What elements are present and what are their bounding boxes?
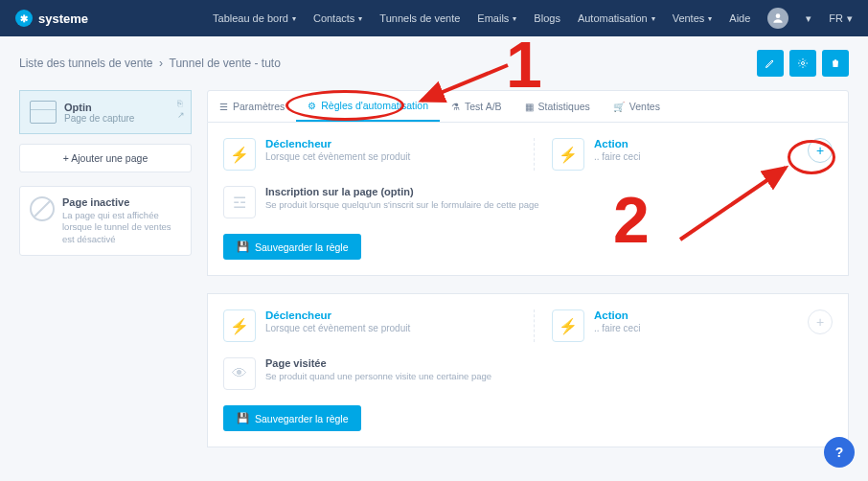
sliders-icon: ☰ <box>219 102 228 112</box>
event-sub: Se produit quand une personne visite une… <box>265 371 491 381</box>
trigger-title: Déclencheur <box>265 309 410 321</box>
chevron-down-icon: ▾ <box>513 14 516 23</box>
envelope-icon <box>30 101 57 124</box>
chevron-down-icon: ▾ <box>292 14 296 23</box>
tab-rules[interactable]: ⚙Règles d'automatisation <box>296 91 440 122</box>
chevron-down-icon: ▾ <box>847 12 853 25</box>
save-icon: 💾 <box>237 240 249 253</box>
bolt-icon: ⚡ <box>552 138 584 171</box>
nav-dashboard[interactable]: Tableau de bord▾ <box>213 12 296 24</box>
inactive-text: La page qui est affichée lorsque le tunn… <box>62 210 181 245</box>
breadcrumb: Liste des tunnels de vente › Tunnel de v… <box>19 57 281 70</box>
chevron-down-icon: ▾ <box>358 14 362 23</box>
page-actions <box>757 50 849 77</box>
action-section: ⚡ Action .. faire ceci + <box>552 309 833 342</box>
add-page-button[interactable]: + Ajouter une page <box>19 144 192 172</box>
trigger-sub: Lorsque cet évènement se produit <box>265 323 410 333</box>
breadcrumb-root[interactable]: Liste des tunnels de vente <box>19 57 152 70</box>
gear-icon <box>797 57 809 69</box>
help-fab[interactable]: ? <box>824 437 855 468</box>
trigger-event: ☲ Inscription sur la page (optin) Se pro… <box>223 186 833 218</box>
save-rule-button[interactable]: 💾 Sauvegarder la règle <box>223 234 361 260</box>
language-switch[interactable]: FR▾ <box>829 12 853 25</box>
action-sub: .. faire ceci <box>594 323 640 333</box>
breadcrumb-current: Tunnel de vente - tuto <box>170 57 281 70</box>
external-icon[interactable]: ↗ <box>177 110 185 120</box>
brand-name: systeme <box>38 11 88 26</box>
nav-contacts[interactable]: Contacts▾ <box>313 12 362 24</box>
nav-funnels[interactable]: Tunnels de vente <box>379 12 460 24</box>
event-title: Page visitée <box>265 357 491 369</box>
trigger-section: ⚡ Déclencheur Lorsque cet évènement se p… <box>223 138 504 171</box>
trigger-title: Déclencheur <box>265 138 410 149</box>
nav-help[interactable]: Aide <box>729 12 750 24</box>
inactive-title: Page inactive <box>62 196 181 208</box>
tab-params[interactable]: ☰Paramètres <box>208 91 296 122</box>
subscribe-icon: ☲ <box>223 186 256 218</box>
avatar[interactable] <box>767 8 788 29</box>
add-action-button[interactable]: + <box>808 138 833 163</box>
flask-icon: ⚗ <box>451 102 460 112</box>
action-title: Action <box>594 309 640 321</box>
nav-sales[interactable]: Ventes▾ <box>673 12 713 24</box>
pencil-icon <box>765 57 776 69</box>
sidebar: Optin Page de capture ⎘ ↗ + Ajouter une … <box>19 90 192 465</box>
nav-blogs[interactable]: Blogs <box>534 12 560 24</box>
bolt-icon: ⚡ <box>223 309 256 342</box>
cart-icon: 🛒 <box>613 102 625 112</box>
trigger-event: 👁 Page visitée Se produit quand une pers… <box>223 357 833 390</box>
funnel-step-optin[interactable]: Optin Page de capture ⎘ ↗ <box>19 90 192 134</box>
separator <box>521 138 535 171</box>
rule-card-1: ⚡ Déclencheur Lorsque cet évènement se p… <box>207 123 849 276</box>
action-title: Action <box>594 138 640 149</box>
tab-sales[interactable]: 🛒Ventes <box>602 91 672 122</box>
settings-button[interactable] <box>789 50 816 77</box>
link-icon[interactable]: ⎘ <box>177 99 185 108</box>
event-title: Inscription sur la page (optin) <box>265 186 539 197</box>
tabs: ☰Paramètres ⚙Règles d'automatisation ⚗Te… <box>207 90 849 123</box>
action-section: ⚡ Action .. faire ceci + <box>552 138 833 171</box>
chevron-down-icon: ▾ <box>708 14 712 23</box>
main-nav: Tableau de bord▾ Contacts▾ Tunnels de ve… <box>213 8 853 29</box>
step-subtitle: Page de capture <box>64 113 134 124</box>
separator <box>521 309 535 342</box>
svg-point-1 <box>802 62 805 65</box>
logo[interactable]: ✱ systeme <box>15 10 88 27</box>
nav-emails[interactable]: Emails▾ <box>477 12 516 24</box>
forbidden-icon <box>30 196 55 221</box>
nav-automation[interactable]: Automatisation▾ <box>578 12 655 24</box>
gear-icon: ✱ <box>15 10 33 27</box>
trigger-sub: Lorsque cet évènement se produit <box>265 151 410 162</box>
inactive-page-card[interactable]: Page inactive La page qui est affichée l… <box>19 186 192 256</box>
chart-icon: ▦ <box>525 102 534 112</box>
bolt-icon: ⚡ <box>223 138 256 171</box>
chevron-down-icon: ▾ <box>651 14 655 23</box>
edit-button[interactable] <box>757 50 784 77</box>
event-sub: Se produit lorsque quelqu'un s'inscrit s… <box>265 199 539 210</box>
top-bar: ✱ systeme Tableau de bord▾ Contacts▾ Tun… <box>0 0 868 36</box>
rule-card-2: ⚡ Déclencheur Lorsque cet évènement se p… <box>207 293 849 447</box>
user-icon <box>771 11 785 25</box>
save-rule-button[interactable]: 💾 Sauvegarder la règle <box>223 405 361 431</box>
main-panel: ☰Paramètres ⚙Règles d'automatisation ⚗Te… <box>207 90 849 465</box>
chevron-down-icon: ▾ <box>806 12 811 25</box>
add-action-button[interactable]: + <box>808 309 833 334</box>
bag-icon <box>830 57 841 69</box>
trigger-section: ⚡ Déclencheur Lorsque cet évènement se p… <box>223 309 504 342</box>
shop-button[interactable] <box>822 50 849 77</box>
tab-stats[interactable]: ▦Statistiques <box>514 91 602 122</box>
action-sub: .. faire ceci <box>594 151 640 162</box>
eye-icon: 👁 <box>223 357 256 390</box>
gears-icon: ⚙ <box>308 101 316 111</box>
save-icon: 💾 <box>237 412 249 424</box>
tab-test[interactable]: ⚗Test A/B <box>440 91 514 122</box>
step-title: Optin <box>64 102 134 113</box>
bolt-icon: ⚡ <box>552 309 584 342</box>
svg-point-0 <box>776 13 781 18</box>
